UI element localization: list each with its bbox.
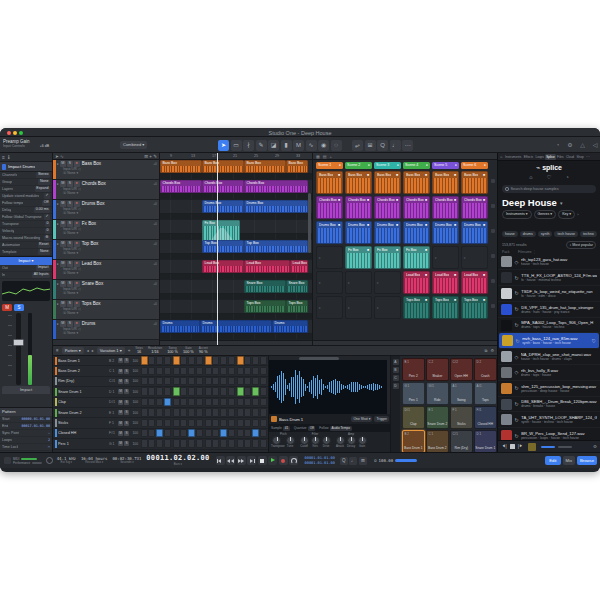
step-cell[interactable] bbox=[156, 367, 163, 376]
profile-nav-icon[interactable]: ◔ bbox=[565, 174, 568, 183]
step-cell[interactable] bbox=[188, 398, 195, 407]
pad-crash[interactable]: D 2Crash bbox=[474, 358, 497, 381]
track-automation-selector[interactable]: Ⓐ None ▾ bbox=[53, 271, 159, 276]
launcher-clip-bass-box[interactable]: Bass Box■ bbox=[374, 171, 401, 194]
goto-end-button[interactable] bbox=[247, 456, 256, 465]
arrange-clip-drums-box[interactable]: Drums Box bbox=[244, 200, 308, 213]
menu-icon[interactable]: ≡ bbox=[2, 154, 5, 160]
loop-icon[interactable]: ↻ bbox=[515, 401, 519, 407]
browser-tab-splice[interactable]: Splice bbox=[545, 154, 556, 160]
step-cell[interactable] bbox=[156, 419, 163, 428]
track-header-drums[interactable]: ▸MS●Drums+0Input L/R ◁Ⓐ None ▾ bbox=[53, 320, 159, 340]
lane-mute-button[interactable]: M bbox=[118, 410, 123, 415]
inspector-row[interactable]: ChannelsStereo bbox=[0, 172, 52, 179]
step-cell[interactable] bbox=[260, 408, 267, 417]
step-cell[interactable] bbox=[148, 408, 155, 417]
tag-chip-synth[interactable]: synth bbox=[538, 231, 553, 238]
step-cell[interactable] bbox=[205, 387, 212, 396]
step-cell[interactable] bbox=[188, 408, 195, 417]
pad-bank-d[interactable]: D bbox=[393, 383, 399, 389]
step-cell[interactable] bbox=[188, 367, 195, 376]
filter-button-genres[interactable]: Genres ▾ bbox=[534, 210, 557, 219]
transport-icon-grid[interactable]: ⊞ bbox=[359, 457, 367, 465]
launcher-slot-play-icon[interactable]: ▸ bbox=[319, 305, 321, 310]
browser-tab-shop[interactable]: Shop bbox=[575, 154, 585, 160]
step-cell[interactable] bbox=[252, 367, 259, 376]
step-cell[interactable] bbox=[148, 377, 155, 386]
step-cell[interactable] bbox=[244, 398, 251, 407]
browser-tab-cloud[interactable]: Cloud bbox=[565, 154, 575, 160]
fader-thumb[interactable] bbox=[13, 339, 24, 346]
metronome-toggle[interactable]: ♩ bbox=[390, 140, 401, 151]
step-cell[interactable] bbox=[141, 387, 148, 396]
launcher-row-indicator[interactable] bbox=[491, 229, 495, 233]
loop-icon[interactable]: ↻ bbox=[515, 290, 519, 296]
launcher-clip-drums-box[interactable]: Drums Box■ bbox=[403, 221, 430, 244]
step-cell[interactable] bbox=[205, 419, 212, 428]
step-cell[interactable] bbox=[212, 398, 219, 407]
lane-solo-button[interactable]: S bbox=[124, 421, 129, 426]
loop-end-display[interactable]: 00001.01.01.00 bbox=[305, 461, 335, 465]
knob-attack[interactable]: Attack bbox=[335, 436, 346, 448]
step-cell[interactable] bbox=[148, 398, 155, 407]
arrange-clip-lead-box[interactable]: Lead Box bbox=[202, 260, 244, 273]
grid-snap-toggle[interactable]: ⊞ bbox=[365, 140, 376, 151]
arrange-clip-drums[interactable]: Drums bbox=[200, 320, 272, 333]
step-cell-active[interactable] bbox=[237, 356, 244, 365]
browser-tab-files[interactable]: Files bbox=[556, 154, 565, 160]
pad-bass-drum-2[interactable]: C 1Bass Drum 2 bbox=[426, 430, 449, 453]
lane-velocity-value[interactable]: 100 bbox=[130, 431, 138, 435]
step-cell[interactable] bbox=[244, 419, 251, 428]
inspector-row[interactable]: Follow tempoOff bbox=[0, 200, 52, 207]
knob-decay[interactable]: Decay bbox=[346, 436, 357, 448]
paint-tool[interactable]: ▮ bbox=[281, 140, 292, 151]
pattern-field-swing[interactable]: Swing100 % bbox=[167, 347, 178, 355]
track-solo-button[interactable]: S bbox=[67, 221, 73, 227]
scene-header-4[interactable]: Scene 4 ▸ bbox=[403, 162, 430, 169]
track-record-button[interactable]: ● bbox=[74, 181, 80, 187]
track-record-button[interactable]: ● bbox=[74, 161, 80, 167]
sample-row[interactable]: ◇rth_top123_gara_hat.wavhouse · tech hou… bbox=[498, 255, 600, 271]
step-cell[interactable] bbox=[260, 356, 267, 365]
track-header-top-box[interactable]: ▸MS●Top Box+0Input L/R ◁Ⓐ None ▾ bbox=[53, 240, 159, 260]
lane-solo-button[interactable]: S bbox=[124, 410, 129, 415]
arrange-clip-lead-box[interactable]: Lead Box bbox=[244, 260, 290, 273]
step-cell[interactable] bbox=[180, 439, 187, 448]
arrange-view[interactable]: 9131721252933Bass BoxBass BoxBass BoxBas… bbox=[160, 153, 312, 345]
playhead[interactable] bbox=[217, 153, 218, 345]
inspector-row-value[interactable]: ⚙ bbox=[44, 235, 50, 241]
stop-button[interactable] bbox=[258, 456, 267, 465]
launcher-clip-bass-box[interactable]: Bass Box■ bbox=[345, 171, 372, 194]
launcher-empty-slot[interactable]: ▸ bbox=[461, 246, 488, 269]
track-record-button[interactable]: ● bbox=[74, 261, 80, 267]
arrange-clip-drums[interactable]: Drums bbox=[160, 320, 200, 333]
step-cell-active[interactable] bbox=[141, 356, 148, 365]
editor-menu-icon[interactable]: ≡ bbox=[56, 348, 59, 353]
rewind-button[interactable] bbox=[226, 456, 235, 465]
track-record-button[interactable]: ● bbox=[74, 301, 80, 307]
fader-track[interactable] bbox=[16, 313, 21, 385]
sample-row[interactable]: ↻TTS_H_FX_LOOP_ASTRO_124_F#m.wavfx · hou… bbox=[498, 270, 600, 286]
step-cell-active[interactable] bbox=[252, 429, 259, 438]
mute-button[interactable]: M bbox=[2, 304, 12, 311]
launcher-empty-slot[interactable]: ▸ bbox=[345, 271, 372, 294]
step-cell[interactable] bbox=[220, 387, 227, 396]
mode-selector[interactable]: Combined ▾ bbox=[120, 141, 147, 149]
step-cell[interactable] bbox=[148, 356, 155, 365]
launcher-clip-chords-box[interactable]: Chords Box■ bbox=[345, 196, 372, 219]
step-cell-active[interactable] bbox=[156, 429, 163, 438]
sample-row[interactable]: ↻mvh_bass_124_raw_85m.wavsynth · bass · … bbox=[499, 333, 599, 349]
goto-start-button[interactable] bbox=[216, 456, 225, 465]
scene-header-1[interactable]: Scene 1 ▸ bbox=[316, 162, 343, 169]
arrange-clip-chords-box[interactable]: Chords Box bbox=[160, 180, 202, 193]
step-cell[interactable] bbox=[188, 439, 195, 448]
step-cell[interactable] bbox=[205, 408, 212, 417]
step-cell[interactable] bbox=[260, 398, 267, 407]
track-solo-button[interactable]: S bbox=[67, 201, 73, 207]
step-cell-active[interactable] bbox=[164, 398, 171, 407]
track-expand-arrow[interactable]: ▸ bbox=[57, 282, 59, 286]
inspector-row-value[interactable]: 0 bbox=[45, 221, 50, 227]
track-record-button[interactable]: ● bbox=[74, 281, 80, 287]
step-cell[interactable] bbox=[188, 377, 195, 386]
filter-more-arrow[interactable]: › bbox=[577, 212, 578, 217]
